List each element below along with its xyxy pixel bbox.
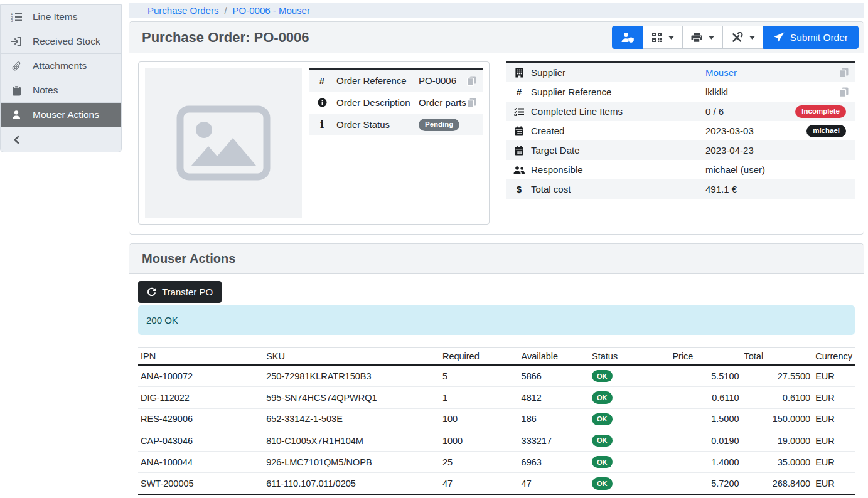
kv-value: 491.1 € [705, 184, 849, 194]
order-image-placeholder[interactable] [145, 68, 302, 218]
sidebar-collapse-button[interactable] [1, 127, 121, 152]
cell-required: 5 [440, 365, 519, 387]
sidebar-item-label: Line Items [33, 11, 78, 23]
table-row: ANA-100044 926-LMC7101QM5/NOPB 25 6963 O… [138, 452, 855, 473]
ok-badge: OK [592, 413, 613, 425]
purchase-order-panel: Purchase Order: PO-0006 [129, 21, 864, 235]
cell-currency: EUR [813, 387, 855, 408]
print-menu-button[interactable] [682, 26, 723, 49]
svg-text:3: 3 [11, 19, 13, 22]
sidebar-item-notes[interactable]: Notes [1, 78, 121, 103]
cell-sku: 250-72981KLRATR150B3 [264, 365, 440, 387]
cell-total: 35.0000 [742, 452, 813, 473]
created-by-badge: michael [806, 125, 846, 137]
sidebar-item-mouser-actions[interactable]: Mouser Actions [1, 103, 121, 127]
users-icon [512, 166, 526, 174]
kv-label: Supplier [531, 67, 705, 78]
col-required: Required [440, 348, 519, 366]
kv-value: 2023-04-23 [705, 145, 849, 156]
sidebar-item-attachments[interactable]: Attachments [1, 54, 121, 78]
col-total: Total [742, 348, 813, 366]
cell-ipn: ANA-100044 [138, 452, 264, 473]
sidebar-item-line-items[interactable]: 123 Line Items [1, 5, 121, 29]
cell-sku: 926-LMC7101QM5/NOPB [264, 452, 440, 473]
table-row: SWT-200005 611-110.107.011/0205 47 47 OK… [138, 473, 855, 495]
cell-sku: 652-3314Z-1-503E [264, 408, 440, 430]
order-actions-toolbar: Submit Order [612, 26, 859, 49]
submit-order-label: Submit Order [790, 32, 848, 43]
cell-currency: EUR [813, 430, 855, 451]
dollar-icon: $ [512, 184, 526, 194]
empty-row [506, 199, 855, 215]
cell-available: 186 [519, 408, 589, 430]
sidebar: 123 Line Items Received Stock Attachment… [0, 4, 122, 152]
kv-label: Order Reference [336, 75, 419, 86]
kv-label: Completed Line Items [531, 106, 705, 117]
order-reference-row: # Order Reference PO-0006 [309, 70, 483, 92]
kv-value: Pending [419, 118, 476, 130]
cell-required: 1000 [440, 430, 519, 451]
cell-price: 1.4000 [670, 452, 741, 473]
barcode-menu-button[interactable] [643, 26, 683, 49]
purchase-order-panel-header: Purchase Order: PO-0006 [129, 22, 864, 53]
col-status: Status [589, 348, 670, 366]
sidebar-list: 123 Line Items Received Stock Attachment… [0, 4, 122, 152]
cell-total: 0.6100 [742, 387, 813, 408]
mouser-actions-body: Transfer PO 200 OK IPN SKU Required Avai… [129, 274, 864, 498]
completed-line-items-row: Completed Line Items 0 / 6 Incomplete [506, 102, 855, 121]
ok-badge: OK [592, 456, 613, 468]
building-icon [512, 68, 526, 78]
mouser-actions-panel: Mouser Actions Transfer PO 200 OK IP [129, 243, 864, 498]
cell-status: OK [589, 430, 670, 451]
mouser-actions-title: Mouser Actions [142, 252, 235, 266]
kv-label: Responsible [531, 164, 705, 175]
cell-currency: EUR [813, 452, 855, 473]
breadcrumb-link-purchase-orders[interactable]: Purchase Orders [147, 5, 218, 16]
col-available: Available [519, 348, 589, 366]
clipboard-icon [9, 85, 23, 96]
caret-down-icon [709, 36, 714, 40]
total-cost-row: $ Total cost 491.1 € [506, 179, 855, 199]
created-row: Created 2023-03-03 michael [506, 121, 855, 140]
cell-status: OK [589, 387, 670, 408]
kv-value: PO-0006 [419, 75, 467, 86]
image-placeholder-icon [176, 105, 271, 181]
breadcrumb-link-current[interactable]: PO-0006 - Mouser [233, 5, 310, 16]
kv-value: lklklkl [705, 87, 839, 97]
caret-down-icon [749, 36, 755, 40]
copy-icon[interactable] [467, 76, 476, 86]
cell-price: 0.6110 [670, 387, 741, 408]
sidebar-item-label: Notes [33, 85, 58, 96]
order-status-badge: Pending [419, 119, 459, 131]
breadcrumb: Purchase Orders / PO-0006 - Mouser [129, 3, 864, 18]
cell-currency: EUR [813, 365, 855, 387]
status-alert-text: 200 OK [146, 315, 178, 326]
submit-order-button[interactable]: Submit Order [763, 26, 859, 49]
copy-icon[interactable] [467, 98, 476, 108]
purchase-order-panel-body: # Order Reference PO-0006 Order Descript… [129, 53, 864, 234]
hashtag-icon: # [512, 87, 526, 97]
supplier-details-table: Supplier Mouser # Supplier Reference lkl… [506, 61, 855, 215]
tools-icon [731, 32, 743, 43]
cell-currency: EUR [813, 408, 855, 430]
kv-label: Order Description [336, 97, 419, 108]
incomplete-badge: Incomplete [795, 105, 846, 118]
kv-label: Target Date [531, 145, 705, 156]
sidebar-item-received-stock[interactable]: Received Stock [1, 29, 121, 54]
cell-required: 100 [440, 408, 519, 430]
admin-button[interactable] [612, 26, 643, 49]
copy-icon[interactable] [839, 68, 849, 78]
transfer-po-button[interactable]: Transfer PO [138, 281, 222, 303]
kv-value: 0 / 6 [705, 106, 795, 117]
cell-ipn: CAP-043046 [138, 430, 264, 451]
copy-icon[interactable] [839, 87, 849, 97]
transfer-po-label: Transfer PO [162, 287, 213, 297]
breadcrumb-separator: / [224, 5, 227, 16]
order-description-row: Order Description Order parts [309, 92, 483, 114]
ok-badge: OK [592, 477, 613, 489]
status-alert: 200 OK [138, 305, 855, 335]
supplier-link[interactable]: Mouser [705, 67, 839, 78]
info-circle-icon [315, 98, 329, 107]
order-options-menu-button[interactable] [722, 26, 764, 49]
calendar-icon [512, 126, 526, 136]
